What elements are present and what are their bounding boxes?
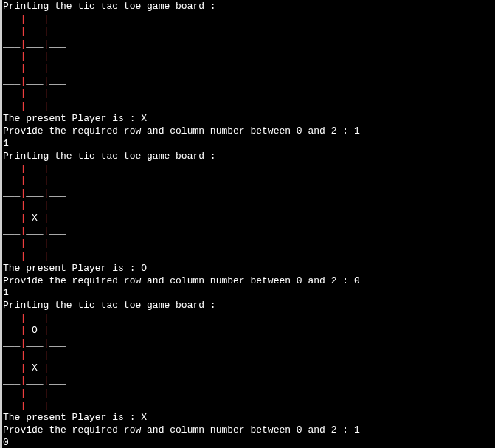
prompt-line: Provide the required row and column numb… xyxy=(3,424,494,437)
board-line: | | xyxy=(3,238,494,250)
board-line: | | xyxy=(3,100,494,113)
board-line: ___|___|___ xyxy=(3,225,494,238)
board-header: Printing the tic tac toe game board : xyxy=(3,300,494,312)
board-line: ___|___|___ xyxy=(3,38,494,51)
board-line: | | xyxy=(3,51,494,63)
prompt-line: Provide the required row and column numb… xyxy=(3,275,494,288)
board-line: | O | xyxy=(3,325,494,337)
board-line: ___|___|___ xyxy=(3,75,494,88)
board-line: | | xyxy=(3,200,494,213)
input-line[interactable]: 1 xyxy=(3,287,494,300)
board-line: | | xyxy=(3,13,494,26)
player-line: The present Player is : X xyxy=(3,412,494,424)
board-line: | | xyxy=(3,63,494,75)
board-line: | X | xyxy=(3,213,494,225)
board-line: ___|___|___ xyxy=(3,337,494,350)
board-line: | | xyxy=(3,88,494,100)
prompt-line: Provide the required row and column numb… xyxy=(3,125,494,138)
board-line: ___|___|___ xyxy=(3,187,494,200)
board-line: | | xyxy=(3,400,494,413)
player-line: The present Player is : X xyxy=(3,113,494,125)
board-header: Printing the tic tac toe game board : xyxy=(3,151,494,163)
board-line: ___|___|___ xyxy=(3,375,494,387)
board-line: | X | xyxy=(3,362,494,375)
board-line: | | xyxy=(3,387,494,400)
board-line: | | xyxy=(3,26,494,38)
board-header: Printing the tic tac toe game board : xyxy=(3,1,494,13)
board-line: | | xyxy=(3,175,494,187)
input-line[interactable]: 1 xyxy=(3,138,494,151)
board-line: | | xyxy=(3,163,494,176)
input-line[interactable]: 0 xyxy=(3,437,494,448)
terminal-output: Printing the tic tac toe game board : | … xyxy=(3,1,494,448)
player-line: The present Player is : O xyxy=(3,263,494,275)
board-line: | | xyxy=(3,250,494,263)
board-line: | | xyxy=(3,312,494,325)
board-line: | | xyxy=(3,350,494,362)
